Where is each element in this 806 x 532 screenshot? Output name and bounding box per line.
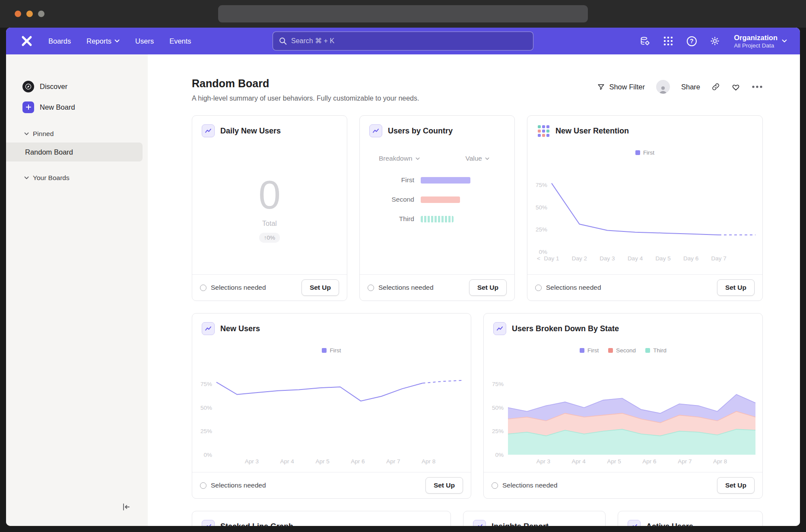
status-circle-icon [200, 482, 206, 489]
sidebar-board-random-board[interactable]: Random Board [6, 142, 143, 162]
setup-button[interactable]: Set Up [717, 279, 755, 296]
sidebar-section-your-boards[interactable]: Your Boards [6, 169, 148, 187]
country-bars: First Second Third [360, 176, 514, 234]
line-chart-icon [202, 520, 215, 526]
svg-text:Day 1: Day 1 [544, 255, 559, 262]
status-circle-icon [492, 482, 498, 489]
search-input[interactable] [291, 37, 527, 45]
card-new-users: New Users First 75%50%25%0%Apr 3Apr 4Apr… [192, 313, 471, 499]
card-row-3: Stacked Line Graph Insights Report [192, 511, 763, 526]
sidebar-footer [6, 499, 148, 526]
setup-button[interactable]: Set Up [717, 477, 755, 494]
nav-item-events[interactable]: Events [163, 33, 197, 49]
sidebar-item-label: Discover [40, 82, 67, 91]
svg-text:Apr 4: Apr 4 [572, 458, 586, 465]
stacked-area-chart: 75%50%25%0%Apr 3Apr 4Apr 5Apr 6Apr 7Apr … [484, 356, 762, 467]
share-button[interactable]: Share [681, 83, 700, 91]
sidebar-section-pinned[interactable]: Pinned [6, 125, 148, 142]
card-title: Stacked Line Graph [220, 522, 293, 526]
bar-row: Third [360, 215, 514, 223]
card-status: Selections needed [200, 481, 266, 489]
board-header: Random Board A high-level summary of use… [192, 77, 763, 102]
page-subtitle: A high-level summary of user behaviors. … [192, 95, 419, 102]
mixpanel-logo[interactable] [19, 33, 35, 49]
help-glyph: ? [690, 38, 694, 44]
collapse-sidebar-button[interactable] [118, 499, 134, 515]
svg-text:Apr 4: Apr 4 [280, 458, 295, 465]
status-label: Selections needed [211, 481, 266, 489]
zoom-window-button[interactable] [38, 11, 44, 17]
legend-item-first[interactable]: First [580, 347, 599, 354]
line-chart-icon [493, 322, 506, 335]
breakdown-dropdown[interactable]: Breakdown [379, 155, 420, 162]
retention-line-chart: 75%50%25%0%Day 1Day 2Day 3Day 4Day 5Day … [527, 158, 762, 264]
help-button[interactable]: ? [683, 32, 700, 50]
global-search[interactable] [273, 32, 533, 51]
org-project-selector[interactable]: Organization All Project Data [734, 33, 787, 49]
more-options-button[interactable] [752, 85, 763, 89]
line-chart-icon [628, 520, 641, 526]
setup-button[interactable]: Set Up [469, 279, 507, 296]
legend-item-first[interactable]: First [322, 347, 341, 354]
card-title: New User Retention [555, 127, 629, 136]
minimize-window-button[interactable] [26, 11, 33, 17]
close-window-button[interactable] [15, 11, 21, 17]
card-header: New Users [192, 314, 471, 341]
svg-text:Apr 8: Apr 8 [422, 458, 435, 465]
favorite-button[interactable] [731, 83, 740, 91]
card-footer: Selections needed Set Up [192, 472, 471, 498]
share-label: Share [681, 83, 700, 91]
card-title: Insights Report [492, 522, 549, 526]
bar-second [421, 196, 460, 203]
top-navbar: Boards Reports Users Events [6, 28, 800, 54]
svg-text:50%: 50% [492, 405, 504, 411]
svg-text:Apr 3: Apr 3 [245, 458, 259, 465]
browser-address-bar[interactable] [218, 5, 588, 22]
nav-item-reports[interactable]: Reports [80, 33, 126, 49]
setup-button[interactable]: Set Up [425, 477, 463, 494]
card-insights-report: Insights Report [463, 511, 606, 526]
settings-button[interactable] [706, 32, 723, 50]
nav-label: Users [135, 37, 154, 45]
chart-legend: First [192, 347, 471, 354]
show-filter-button[interactable]: Show Filter [597, 83, 645, 91]
settings-gear-icon [710, 36, 720, 46]
card-stacked-line-graph: Stacked Line Graph [192, 511, 451, 526]
discover-compass-icon [22, 81, 34, 92]
svg-text:Apr 5: Apr 5 [315, 458, 329, 465]
metric-delta-badge: ↑0% [259, 233, 280, 243]
legend-item-second[interactable]: Second [608, 347, 636, 354]
card-title: Daily New Users [220, 127, 281, 136]
bar-label: Second [360, 196, 414, 203]
value-dropdown[interactable]: Value [466, 155, 490, 162]
logo-x-icon [21, 35, 32, 47]
status-label: Selections needed [546, 284, 601, 291]
svg-text:Day 7: Day 7 [711, 255, 726, 262]
card-title: New Users [220, 324, 260, 333]
svg-text:Day 5: Day 5 [655, 255, 670, 262]
breakdown-controls: Breakdown Value [360, 143, 514, 162]
svg-text:50%: 50% [200, 405, 212, 411]
board-actions: Show Filter Share [597, 80, 763, 94]
setup-button[interactable]: Set Up [301, 279, 339, 296]
sidebar-item-discover[interactable]: Discover [6, 76, 148, 97]
nav-item-users[interactable]: Users [129, 33, 160, 49]
copy-link-button[interactable] [711, 82, 720, 91]
legend-item-first[interactable]: First [635, 149, 654, 156]
avatar[interactable] [656, 80, 670, 94]
status-label: Selections needed [211, 284, 266, 291]
svg-text:25%: 25% [492, 428, 504, 434]
apps-grid-button[interactable] [660, 32, 677, 50]
legend-item-third[interactable]: Third [645, 347, 666, 354]
card-header: Daily New Users [192, 116, 347, 143]
svg-text:25%: 25% [200, 428, 212, 434]
sidebar: Discover New Board Pinned [6, 54, 148, 526]
data-management-button[interactable] [636, 32, 654, 50]
metric-caption: Total [262, 220, 277, 228]
sidebar-item-new-board[interactable]: New Board [6, 97, 148, 117]
svg-text:Apr 8: Apr 8 [713, 458, 727, 465]
org-scope: All Project Data [734, 42, 777, 49]
dropdown-label: Breakdown [379, 155, 413, 162]
svg-text:Apr 6: Apr 6 [642, 458, 656, 465]
nav-item-boards[interactable]: Boards [42, 33, 77, 49]
